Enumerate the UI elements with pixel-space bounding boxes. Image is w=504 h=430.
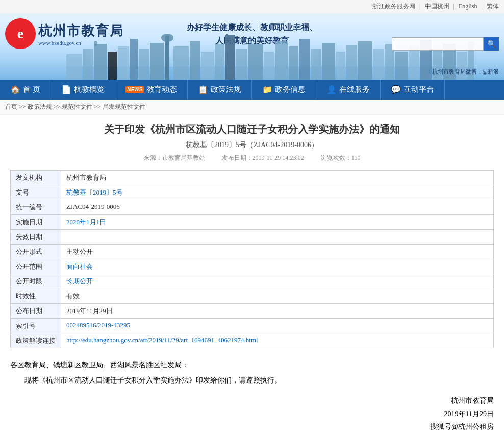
- svg-rect-2: [83, 49, 93, 80]
- search-input[interactable]: [392, 37, 484, 51]
- svg-rect-26: [336, 52, 345, 80]
- table-label: 索引号: [11, 319, 61, 333]
- breadcrumb-policy[interactable]: 政策法规: [28, 103, 52, 110]
- doc-view-count: 浏览次数：110: [321, 154, 361, 161]
- table-row: 失效日期: [11, 230, 494, 245]
- signature-date: 2019年11月29日: [10, 408, 494, 420]
- nav-item-services[interactable]: 👤 在线服务: [316, 80, 381, 100]
- signature-block: 杭州市教育局 2019年11月29日 搜狐号@杭州公租房: [10, 394, 494, 430]
- interact-icon: 💬: [391, 85, 401, 94]
- svg-rect-16: [225, 35, 235, 80]
- table-value-impl-date: 2020年1月1日: [61, 215, 494, 230]
- recipients: 各区教育局、钱塘新区教卫局、西湖风景名胜区社发局：: [10, 359, 494, 371]
- table-label: 实施日期: [11, 215, 61, 230]
- table-value-unified: ZJAC04-2019-0006: [61, 200, 494, 215]
- table-row: 统一编号 ZJAC04-2019-0006: [11, 200, 494, 215]
- nav-label-overview: 杭教概览: [74, 85, 105, 94]
- search-button[interactable]: 🔍: [484, 37, 499, 51]
- topbar-item-zhejiang[interactable]: 浙江政务服务网: [372, 2, 415, 11]
- svg-rect-23: [299, 39, 310, 80]
- nav-item-news[interactable]: NEWS 教育动态: [115, 80, 188, 100]
- svg-rect-28: [358, 41, 372, 80]
- svg-point-11: [161, 34, 173, 42]
- doc-source: 来源：市教育局基教处: [144, 154, 205, 161]
- svg-rect-27: [346, 45, 357, 80]
- table-row: 公开形式 主动公开: [11, 245, 494, 259]
- svg-rect-15: [215, 44, 224, 80]
- table-value-timeliness: 有效: [61, 289, 494, 304]
- table-row: 公开时限 长期公开: [11, 274, 494, 289]
- nav-item-overview[interactable]: 📄 杭教概览: [51, 80, 115, 100]
- table-row: 公开范围 面向社会: [11, 259, 494, 274]
- doc-publish-date: 发布日期：2019-11-29 14:23:02: [222, 154, 304, 161]
- home-icon: 🏠: [10, 85, 20, 94]
- nav-item-policy[interactable]: 📋 政策法规: [188, 80, 252, 100]
- nav-item-home[interactable]: 🏠 首 页: [0, 80, 51, 100]
- topbar-item-hangzhou[interactable]: 中国杭州: [425, 2, 449, 11]
- nav-item-affairs[interactable]: 📁 政务信息: [252, 80, 316, 100]
- table-value-link: http://edu.hangzhou.gov.cn/art/2019/11/2…: [61, 333, 494, 348]
- svg-rect-10: [165, 36, 169, 80]
- svg-rect-19: [248, 44, 263, 80]
- services-icon: 👤: [326, 85, 337, 94]
- table-value-open-form: 主动公开: [61, 245, 494, 259]
- doc-subtitle: 杭教基〔2019〕5号（ZJAC04-2019-0006）: [10, 140, 494, 150]
- table-label: 公布日期: [11, 304, 61, 319]
- overview-icon: 📄: [61, 85, 71, 94]
- nav-label-news: 教育动态: [146, 85, 177, 94]
- table-row: 政策解读连接 http://edu.hangzhou.gov.cn/art/20…: [11, 333, 494, 348]
- policy-icon: 📋: [198, 85, 208, 94]
- topbar-item-english[interactable]: English: [459, 3, 477, 10]
- table-row: 索引号 002489516/2019-43295: [11, 319, 494, 333]
- svg-rect-5: [108, 52, 117, 80]
- table-value-open-limit: 长期公开: [61, 274, 494, 289]
- topbar-item-traditional[interactable]: 繁体: [487, 2, 499, 11]
- svg-rect-12: [173, 46, 189, 80]
- nav-label-policy: 政策法规: [211, 85, 241, 94]
- breadcrumb-normative[interactable]: 规范性文件: [62, 103, 92, 110]
- table-label: 发文机构: [11, 171, 61, 185]
- table-label: 公开时限: [11, 274, 61, 289]
- logo-icon: e: [5, 18, 36, 49]
- svg-rect-22: [289, 46, 298, 80]
- svg-rect-20: [264, 52, 274, 80]
- svg-rect-6: [118, 46, 129, 80]
- nav-label-services: 在线服务: [339, 85, 370, 94]
- table-row: 文号 杭教基〔2019〕5号: [11, 185, 494, 200]
- search-area: 🔍: [392, 18, 499, 69]
- svg-rect-25: [322, 43, 335, 80]
- table-value-open-scope: 面向社会: [61, 259, 494, 274]
- svg-rect-3: [94, 44, 107, 80]
- body-text: 各区教育局、钱塘新区教卫局、西湖风景名胜区社发局： 现将《杭州市区流动人口随迁子…: [10, 359, 494, 387]
- table-value-index: 002489516/2019-43295: [61, 319, 494, 333]
- main-content: 关于印发《杭州市区流动人口随迁子女积分入学实施办法》的通知 杭教基〔2019〕5…: [0, 115, 504, 430]
- slogan-line1: 办好学生健康成长、教师职业幸福、: [187, 21, 317, 34]
- breadcrumb-home[interactable]: 首页: [5, 103, 17, 110]
- policy-link[interactable]: http://edu.hangzhou.gov.cn/art/2019/11/2…: [66, 336, 258, 344]
- table-value-pub-date: 2019年11月29日: [61, 304, 494, 319]
- svg-rect-14: [201, 52, 214, 80]
- table-row: 发文机构 杭州市教育局: [11, 171, 494, 185]
- body-content: 现将《杭州市区流动人口随迁子女积分入学实施办法》印发给你们，请遵照执行。: [10, 374, 494, 387]
- nav-label-home: 首 页: [23, 85, 40, 94]
- breadcrumb: 首页 >> 政策法规 >> 规范性文件 >> 局发规范性文件: [0, 100, 504, 115]
- nav-label-affairs: 政务信息: [275, 85, 306, 94]
- breadcrumb-current: 局发规范性文件: [103, 103, 145, 110]
- svg-rect-4: [94, 41, 97, 46]
- svg-rect-7: [130, 39, 138, 80]
- table-label: 公开形式: [11, 245, 61, 259]
- nav-bar: 🏠 首 页 📄 杭教概览 NEWS 教育动态 📋 政策法规 📁 政务信息 👤 在…: [0, 80, 504, 100]
- weibo-label: 杭州市教育局微博：@新浪: [432, 68, 499, 76]
- affairs-icon: 📁: [262, 85, 272, 94]
- table-value-wenhao: 杭教基〔2019〕5号: [61, 185, 494, 200]
- table-row: 时效性 有效: [11, 289, 494, 304]
- nav-item-interact[interactable]: 💬 互动平台: [381, 80, 445, 100]
- svg-rect-8: [139, 49, 149, 80]
- svg-rect-9: [150, 43, 164, 80]
- doc-title: 关于印发《杭州市区流动人口随迁子女积分入学实施办法》的通知: [10, 123, 494, 136]
- header: e 杭州市教育局 www.hzedu.gov.cn 办好学生健康成长、教师职业幸…: [0, 13, 504, 80]
- top-bar: 浙江政务服务网 | 中国杭州 | English | 繁体: [0, 0, 504, 13]
- svg-rect-17: [226, 34, 228, 36]
- table-row: 实施日期 2020年1月1日: [11, 215, 494, 230]
- table-label: 文号: [11, 185, 61, 200]
